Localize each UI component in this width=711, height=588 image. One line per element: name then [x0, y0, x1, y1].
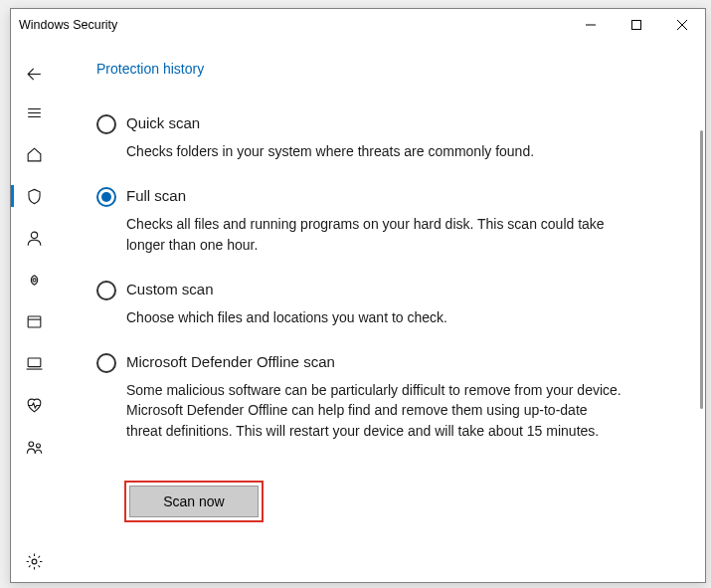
option-desc: Checks folders in your system where thre…	[126, 141, 625, 161]
sidebar	[11, 41, 57, 582]
sidebar-item-family[interactable]	[11, 426, 57, 468]
option-label: Custom scan	[126, 281, 625, 297]
minimize-icon	[586, 20, 596, 30]
back-arrow-icon	[25, 65, 44, 84]
sidebar-item-app[interactable]	[11, 300, 57, 342]
window: Windows Security	[10, 8, 706, 583]
svg-rect-12	[28, 357, 41, 366]
sidebar-item-home[interactable]	[11, 133, 57, 175]
sidebar-item-performance[interactable]	[11, 384, 57, 426]
option-desc: Choose which files and locations you wan…	[126, 307, 625, 327]
svg-point-16	[32, 559, 37, 564]
svg-point-8	[31, 232, 37, 238]
device-icon	[25, 354, 44, 373]
gear-icon	[25, 552, 44, 571]
svg-rect-10	[28, 315, 41, 326]
option-custom-scan[interactable]: Custom scan Choose which files and locat…	[96, 281, 665, 327]
titlebar: Windows Security	[11, 9, 705, 41]
radio-full[interactable]	[96, 187, 116, 207]
person-icon	[25, 229, 44, 248]
home-icon	[25, 145, 44, 164]
sidebar-item-device[interactable]	[11, 342, 57, 384]
svg-point-15	[36, 443, 40, 447]
svg-rect-1	[632, 21, 641, 30]
minimize-button[interactable]	[568, 10, 614, 40]
option-label: Quick scan	[126, 114, 625, 131]
radio-custom[interactable]	[96, 281, 116, 300]
svg-point-14	[28, 441, 33, 446]
option-offline-scan[interactable]: Microsoft Defender Offline scan Some mal…	[96, 353, 665, 441]
menu-button[interactable]	[11, 92, 57, 133]
heart-icon	[25, 396, 44, 415]
hamburger-icon	[25, 103, 44, 122]
sidebar-item-virus[interactable]	[11, 175, 57, 217]
sidebar-item-settings[interactable]	[11, 540, 57, 582]
close-icon	[677, 20, 687, 30]
window-controls	[568, 10, 705, 40]
scan-now-highlight: Scan now	[124, 481, 264, 522]
maximize-icon	[631, 20, 641, 30]
option-quick-scan[interactable]: Quick scan Checks folders in your system…	[96, 114, 665, 161]
shield-icon	[25, 187, 44, 206]
option-label: Microsoft Defender Offline scan	[126, 353, 625, 370]
sidebar-item-firewall[interactable]	[11, 259, 57, 300]
protection-history-link[interactable]: Protection history	[57, 61, 204, 77]
window-title: Windows Security	[19, 18, 568, 32]
family-icon	[25, 438, 44, 457]
radio-offline[interactable]	[96, 353, 116, 373]
option-desc: Some malicious software can be particula…	[126, 380, 625, 441]
app-browser-icon	[25, 312, 44, 331]
firewall-icon	[25, 271, 44, 290]
svg-point-9	[32, 278, 35, 281]
main-content: Protection history Quick scan Checks fol…	[57, 41, 705, 582]
sidebar-item-account[interactable]	[11, 217, 57, 259]
option-full-scan[interactable]: Full scan Checks all files and running p…	[96, 187, 665, 255]
radio-quick[interactable]	[96, 114, 116, 134]
close-button[interactable]	[659, 10, 705, 40]
scan-now-button[interactable]: Scan now	[129, 486, 259, 517]
option-desc: Checks all files and running programs on…	[126, 214, 625, 255]
option-label: Full scan	[126, 187, 625, 204]
maximize-button[interactable]	[614, 10, 659, 40]
back-button[interactable]	[11, 56, 57, 92]
scrollbar[interactable]	[700, 130, 703, 409]
